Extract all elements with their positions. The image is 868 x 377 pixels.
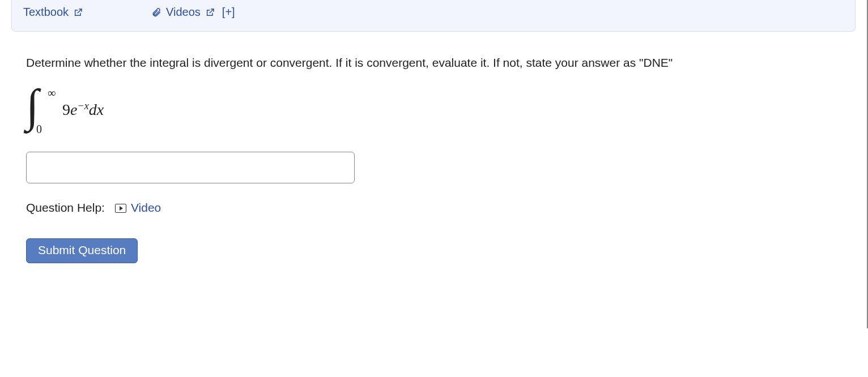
question-help-label: Question Help: — [26, 199, 105, 216]
popout-icon — [205, 7, 215, 18]
integral-expression: ∫ ∞ 0 9e−xdx — [26, 85, 841, 136]
textbook-link[interactable]: Textbook — [23, 6, 83, 19]
popout-icon — [73, 7, 83, 18]
textbook-label: Textbook — [23, 6, 69, 19]
play-icon — [115, 204, 126, 213]
paperclip-icon — [151, 7, 161, 18]
videos-link[interactable]: Videos [+] — [151, 6, 235, 19]
videos-label: Videos — [166, 6, 201, 19]
question-help-row: Question Help: Video — [26, 199, 841, 216]
help-video-link[interactable]: Video — [115, 199, 161, 216]
integrand: 9e−xdx — [62, 98, 104, 122]
answer-input[interactable] — [26, 152, 355, 183]
question-prompt: Determine whether the integral is diverg… — [26, 54, 695, 71]
help-video-label: Video — [131, 199, 161, 216]
expand-indicator[interactable]: [+] — [222, 6, 235, 19]
question-body: Determine whether the integral is diverg… — [11, 49, 856, 269]
upper-limit: ∞ — [48, 85, 56, 101]
resource-bar: Textbook Videos [+] — [11, 0, 856, 32]
submit-button[interactable]: Submit Question — [26, 238, 138, 263]
lower-limit: 0 — [36, 121, 42, 138]
